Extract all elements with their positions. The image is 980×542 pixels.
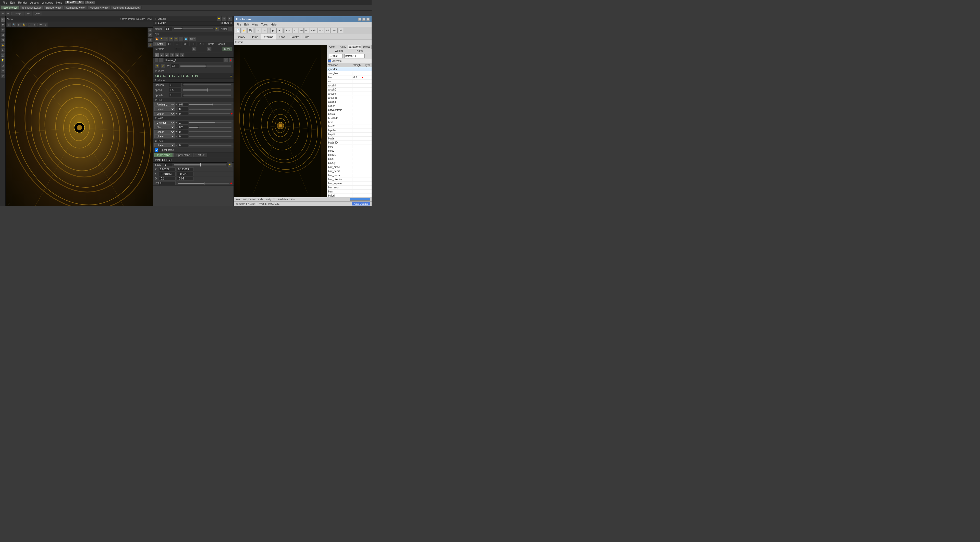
icon-arrow[interactable]: → — [179, 36, 183, 41]
frac-tb-all1[interactable]: All — [325, 28, 330, 33]
menu-file[interactable]: File — [1, 1, 9, 4]
iter-tab-2[interactable]: 2 — [159, 53, 164, 57]
opacity-input[interactable] — [169, 93, 182, 97]
frac-tb-all2[interactable]: All — [338, 28, 343, 33]
menu-render[interactable]: Render — [17, 1, 29, 4]
global-btn-star[interactable]: ★ — [215, 27, 219, 31]
clear-button[interactable]: Clear — [222, 47, 232, 51]
tab-composite-view[interactable]: Composite View — [64, 6, 87, 10]
tool-scale[interactable]: ⊞ — [0, 33, 5, 37]
iter-tab-4[interactable]: 4 — [170, 53, 174, 57]
flam3h-btn-close[interactable]: ✕ — [228, 16, 232, 21]
frac-tb-cl[interactable]: CL — [293, 28, 298, 33]
flam3h-tab-ff[interactable]: FF — [166, 42, 173, 46]
menu-edit[interactable]: Edit — [9, 1, 17, 4]
vp-tb-wire[interactable]: W — [38, 22, 43, 27]
iter-weight-input[interactable] — [170, 64, 180, 68]
var-w-input-2[interactable] — [178, 130, 188, 134]
tab-scene-view[interactable]: Scene View — [1, 6, 19, 10]
frac-ctrl-color[interactable]: Color — [327, 45, 338, 49]
flam3h-tab-flame[interactable]: FLAME — [153, 42, 166, 46]
tool-select[interactable]: ↖ — [0, 17, 5, 22]
vp-tb-shade[interactable]: S — [43, 22, 48, 27]
iter-selector-icon[interactable] — [154, 58, 159, 62]
tool-paint[interactable]: ✏ — [0, 68, 5, 73]
frac-tb-redo[interactable]: ↪ — [262, 28, 267, 33]
iter-btn-1[interactable]: ⊞ — [192, 47, 197, 51]
affine-y1-input[interactable] — [159, 172, 176, 176]
var-select-2[interactable]: Linear — [154, 130, 175, 134]
rot-slider[interactable] — [178, 183, 229, 184]
flam3h-tab-cp[interactable]: CP — [174, 42, 182, 46]
pre-var-slider-0[interactable] — [189, 104, 231, 105]
tb-icon-geo[interactable]: geo1 — [33, 11, 42, 16]
menu-assets[interactable]: Assets — [29, 1, 40, 4]
frac-menu-help[interactable]: Help — [269, 23, 278, 26]
iter-action-btn-2[interactable]: ★ — [228, 58, 232, 62]
icon-star3[interactable]: ✦ — [169, 36, 173, 41]
var-slider-0[interactable] — [189, 122, 231, 123]
icon-256[interactable]: [256+] — [188, 36, 196, 41]
frac-ctrl-variations[interactable]: Variations — [348, 45, 361, 49]
vp-btn-2[interactable]: ⊟ — [148, 33, 153, 38]
scale-input[interactable] — [164, 163, 173, 167]
iter-tab-1[interactable]: 1 — [154, 53, 159, 57]
icon-drop[interactable]: 💧 — [183, 36, 188, 41]
tab-render-view[interactable]: Render View — [44, 6, 63, 10]
vp-tb-zoom[interactable]: 🔍 — [11, 22, 16, 27]
var-slider-2[interactable] — [189, 131, 231, 132]
frac-tb-dp[interactable]: DP — [304, 28, 309, 33]
pre-var-select-1[interactable]: Linear — [154, 107, 175, 111]
global-slider[interactable] — [174, 28, 213, 29]
frac-tb-open[interactable]: 📂 — [241, 28, 247, 33]
pre-var-slider-1[interactable] — [189, 109, 231, 109]
tool-rotate[interactable]: ↻ — [0, 27, 5, 32]
global-value-input[interactable] — [165, 27, 173, 31]
pa-tab-pre[interactable]: 1: pre affine — [154, 153, 172, 157]
frac-ctrl-select[interactable]: Select — [361, 45, 372, 49]
frac-nav-palette[interactable]: Palette — [288, 34, 302, 40]
tb-icon-stage[interactable]: stage — [12, 11, 25, 16]
pa-tab-post[interactable]: 1: post affine — [173, 153, 192, 157]
speed-input[interactable] — [169, 88, 182, 92]
vp-tb-home[interactable]: ⌂ — [6, 22, 11, 27]
pre-var-select-2[interactable]: Linear — [154, 112, 175, 116]
iter-star2-btn[interactable]: ☆ — [161, 63, 165, 68]
var-w-input-0[interactable] — [178, 120, 188, 125]
win-close[interactable]: ✕ — [366, 17, 369, 21]
iter-star-btn[interactable]: ★ — [155, 63, 159, 68]
iter-tab-5[interactable]: 5 — [175, 53, 180, 57]
var-select-3[interactable]: Linear — [154, 134, 175, 138]
flam3h-tab-prefs[interactable]: prefs — [207, 42, 216, 46]
iterator-name-input[interactable] — [164, 58, 223, 62]
frac-tb-stop[interactable]: ■ — [277, 28, 282, 33]
vp-btn-1[interactable]: ⊞ — [148, 28, 153, 33]
tool-eye[interactable]: 👁 — [0, 48, 5, 52]
var-select-1[interactable]: Blur — [154, 125, 175, 129]
frac-tb-post[interactable]: Post — [331, 28, 338, 33]
iter-tab-3[interactable]: 3 — [165, 53, 169, 57]
win-maximize[interactable]: □ — [363, 17, 366, 21]
vp-tb-lock[interactable]: 🔒 — [21, 22, 26, 27]
frac-nav-info[interactable]: Info — [302, 34, 312, 40]
tab-motion-fx[interactable]: Motion FX View — [88, 6, 110, 10]
animate-checkbox[interactable] — [328, 59, 331, 62]
iterators-count-input[interactable] — [175, 47, 181, 51]
iter-btn-2[interactable]: ⊟ — [207, 47, 212, 51]
vp-tb-top[interactable]: T — [32, 22, 37, 27]
frac-nav-xaos[interactable]: Xaos — [276, 34, 288, 40]
affine-o2-input[interactable] — [177, 177, 194, 181]
pre-var-slider-2[interactable] — [189, 113, 230, 114]
tool-camera[interactable]: 📷 — [0, 53, 5, 58]
xaos-star-icon[interactable]: ★ — [230, 74, 232, 78]
pa-tab-vars[interactable]: 1: VARS — [193, 153, 207, 157]
tool-move[interactable]: ✚ — [0, 22, 5, 27]
vp-tb-frame[interactable]: ⊞ — [16, 22, 21, 27]
rot-input[interactable] — [159, 181, 176, 185]
tab-geometry-spreadsheet[interactable]: Geometry Spreadsheet — [111, 6, 142, 10]
global-btn-arrow[interactable]: → — [228, 27, 232, 31]
scale-reset-btn[interactable]: ★ — [228, 162, 232, 167]
name-value-input[interactable] — [344, 54, 365, 58]
opacity-slider[interactable] — [183, 95, 231, 96]
frac-menu-view[interactable]: View — [251, 23, 260, 26]
